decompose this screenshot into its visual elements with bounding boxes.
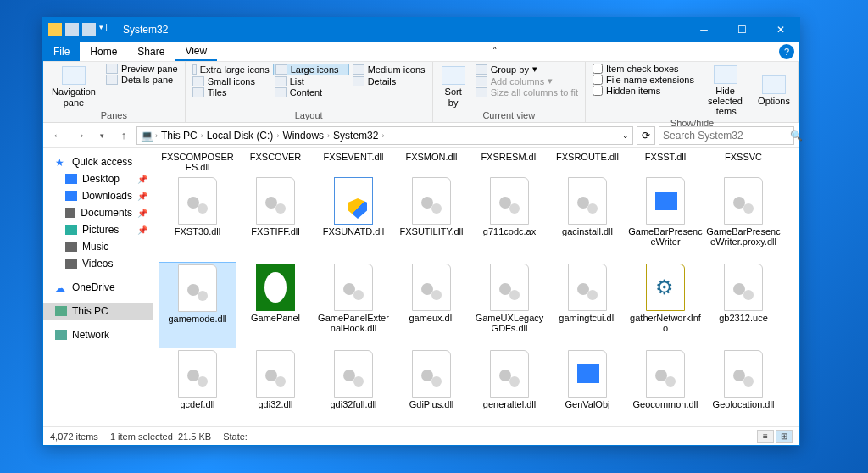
breadcrumb-dropdown-icon[interactable]: ⌄ — [622, 131, 629, 140]
breadcrumb-item[interactable]: Local Disk (C:) — [205, 130, 275, 142]
file-item[interactable]: FXSUNATD.dll — [314, 175, 392, 262]
recent-dropdown[interactable]: ▾ — [92, 126, 111, 145]
layout-xl[interactable]: Extra large icons — [191, 64, 271, 75]
tab-file[interactable]: File — [43, 42, 80, 61]
music-icon — [65, 242, 77, 252]
file-item[interactable]: FXSRESM.dll — [470, 150, 548, 175]
file-item[interactable]: generaltel.dll — [470, 348, 548, 426]
file-icon — [490, 264, 529, 311]
file-item[interactable]: gatherNetworkInfo — [626, 262, 704, 348]
file-item[interactable]: gacinstall.dll — [548, 175, 626, 262]
group-by[interactable]: Group by ▾ — [474, 64, 580, 75]
file-item[interactable]: FXSST.dll — [626, 150, 704, 175]
forward-button[interactable]: → — [70, 126, 89, 145]
pictures-icon — [65, 225, 77, 235]
file-item[interactable]: gcdef.dll — [159, 348, 236, 426]
search-input[interactable] — [663, 130, 790, 142]
tab-share[interactable]: Share — [127, 42, 175, 61]
view-details-button[interactable]: ≡ — [757, 430, 774, 443]
layout-details[interactable]: Details — [351, 76, 427, 86]
layout-list[interactable]: List — [273, 76, 349, 86]
nav-documents[interactable]: Documents📌 — [43, 204, 153, 221]
hidden-items[interactable]: Hidden items — [591, 86, 696, 96]
file-item[interactable]: FXSCOVER — [236, 150, 314, 175]
file-item[interactable]: FXSROUTE.dll — [548, 150, 626, 175]
breadcrumb-item[interactable]: Windows — [281, 130, 326, 142]
file-item[interactable]: gdi32.dll — [236, 348, 314, 426]
size-columns[interactable]: Size all columns to fit — [474, 87, 580, 97]
layout-small[interactable]: Small icons — [191, 76, 271, 86]
file-item[interactable]: GameBarPresenceWriter.proxy.dll — [704, 175, 782, 262]
help-button[interactable]: ? — [779, 44, 794, 59]
file-extensions[interactable]: File name extensions — [591, 75, 696, 85]
nav-videos[interactable]: Videos — [43, 255, 153, 272]
file-item[interactable]: GamePanelExternalHook.dll — [314, 262, 392, 348]
item-checkboxes[interactable]: Item check boxes — [591, 64, 696, 74]
file-item[interactable]: gamemode.dll — [159, 262, 236, 348]
options-button[interactable]: Options — [754, 64, 793, 118]
file-item[interactable]: FXSEVENT.dll — [314, 150, 392, 175]
qa-btn[interactable] — [82, 23, 96, 36]
nav-downloads[interactable]: Downloads📌 — [43, 187, 153, 204]
file-item[interactable]: Geocommon.dll — [626, 348, 704, 426]
file-icon — [412, 177, 451, 225]
file-item[interactable]: g711codc.ax — [470, 175, 548, 262]
file-item[interactable]: FXSSVC — [704, 150, 782, 175]
add-columns[interactable]: Add columns ▾ — [474, 75, 580, 86]
file-item[interactable]: GenValObj — [548, 348, 626, 426]
nav-thispc[interactable]: This PC — [43, 303, 153, 320]
file-item[interactable]: FXSMON.dll — [392, 150, 470, 175]
file-item[interactable]: FXSTIFF.dll — [236, 175, 314, 262]
file-item[interactable]: Geolocation.dll — [704, 348, 782, 426]
breadcrumb-item[interactable]: This PC — [159, 130, 199, 142]
view-large-button[interactable]: ⊞ — [776, 430, 793, 443]
quick-access[interactable]: ★Quick access — [43, 153, 153, 170]
nav-onedrive[interactable]: ☁OneDrive — [43, 279, 153, 296]
layout-content[interactable]: Content — [273, 87, 349, 97]
tab-home[interactable]: Home — [80, 42, 127, 61]
sort-by-button[interactable]: Sort by — [438, 64, 469, 110]
close-button[interactable]: ✕ — [761, 18, 799, 42]
sort-icon — [442, 66, 465, 85]
layout-medium[interactable]: Medium icons — [351, 64, 427, 75]
qa-dropdown-icon[interactable]: ▾ | — [99, 23, 113, 36]
layout-tiles[interactable]: Tiles — [191, 87, 271, 97]
file-item[interactable]: GdiPlus.dll — [392, 348, 470, 426]
nav-music[interactable]: Music — [43, 238, 153, 255]
file-icon — [646, 177, 685, 225]
file-item[interactable]: GamePanel — [236, 262, 314, 348]
breadcrumb[interactable]: 💻› This PC› Local Disk (C:)› Windows› Sy… — [136, 126, 633, 145]
tab-view[interactable]: View — [175, 42, 217, 61]
maximize-button[interactable]: ☐ — [723, 18, 761, 42]
file-name: gatherNetworkInfo — [628, 313, 703, 333]
file-item[interactable]: FXSUTILITY.dll — [392, 175, 470, 262]
minimize-ribbon-icon[interactable]: ˄ — [492, 46, 498, 57]
navigation-pane-button[interactable]: Navigation pane — [48, 64, 99, 110]
file-item[interactable]: gameux.dll — [392, 262, 470, 348]
minimize-button[interactable]: ─ — [685, 18, 723, 42]
refresh-button[interactable]: ⟳ — [637, 126, 655, 145]
file-name: Geocommon.dll — [632, 399, 698, 409]
hide-selected-button[interactable]: Hide selected items — [701, 64, 749, 118]
breadcrumb-item[interactable]: System32 — [331, 130, 380, 142]
search-box[interactable]: 🔍 — [659, 126, 794, 145]
file-list[interactable]: FXSCOMPOSERES.dllFXSCOVERFXSEVENT.dllFXS… — [153, 148, 799, 426]
file-item[interactable]: gb2312.uce — [704, 262, 782, 348]
file-item[interactable]: gamingtcui.dll — [548, 262, 626, 348]
file-item[interactable]: GameBarPresenceWriter — [626, 175, 704, 262]
ribbon-tabs: File Home Share View ˄ ? — [43, 42, 799, 62]
nav-pictures[interactable]: Pictures📌 — [43, 221, 153, 238]
file-item[interactable]: FXSCOMPOSERES.dll — [159, 150, 236, 175]
file-item[interactable]: gdi32full.dll — [314, 348, 392, 426]
back-button[interactable]: ← — [48, 126, 67, 145]
preview-pane-button[interactable]: Preview pane — [104, 64, 180, 74]
file-name: GamePanel — [251, 313, 300, 323]
file-item[interactable]: FXST30.dll — [159, 175, 236, 262]
layout-large[interactable]: Large icons — [273, 64, 349, 75]
up-button[interactable]: ↑ — [114, 126, 133, 145]
nav-network[interactable]: Network — [43, 326, 153, 343]
qa-btn[interactable] — [65, 23, 79, 36]
file-item[interactable]: GameUXLegacyGDFs.dll — [470, 262, 548, 348]
details-pane-button[interactable]: Details pane — [104, 75, 180, 85]
nav-desktop[interactable]: Desktop📌 — [43, 170, 153, 187]
